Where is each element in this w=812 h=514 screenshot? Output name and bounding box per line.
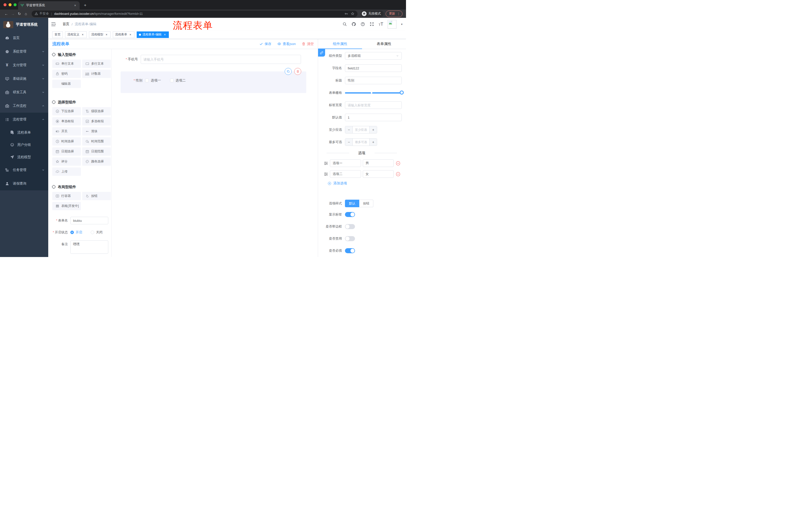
component-type-select[interactable]: 多选框组 — [345, 52, 402, 60]
stepper-increase-button[interactable]: + — [369, 139, 377, 145]
component-rate[interactable]: 评分 — [52, 157, 81, 166]
sidebar-item-user-group[interactable]: 用户分组 — [0, 139, 48, 151]
remove-option-button[interactable] — [396, 161, 401, 166]
min-select-input[interactable] — [353, 126, 369, 133]
component-editor[interactable]: 编辑器 — [52, 80, 81, 88]
gender-option-1[interactable]: 选项一 — [145, 78, 161, 83]
component-row-container[interactable]: 行容器 — [52, 192, 81, 200]
home-button[interactable]: ⌂ — [23, 11, 29, 16]
sidebar-item-infrastructure[interactable]: 基础设施 — [0, 72, 48, 85]
sidebar-item-leave-query[interactable]: 请假查询 — [0, 177, 48, 190]
required-toggle[interactable] — [345, 248, 355, 253]
sidebar-item-process-model[interactable]: 流程模型 — [0, 151, 48, 163]
component-password[interactable]: 密码 — [52, 70, 81, 78]
component-time-picker[interactable]: 时间选择 — [52, 137, 81, 145]
zoom-window-button[interactable] — [13, 3, 17, 6]
tab-close-icon[interactable]: × — [73, 3, 77, 8]
sidebar-item-workflow[interactable]: 工作流程 — [0, 99, 48, 113]
remove-option-button[interactable] — [396, 172, 401, 177]
tag-close-icon[interactable]: × — [128, 33, 132, 36]
delete-component-button[interactable] — [294, 68, 301, 75]
max-select-input[interactable] — [353, 139, 369, 145]
hamburger-icon[interactable] — [51, 22, 56, 27]
save-button[interactable]: 保存 — [259, 42, 271, 46]
drag-handle-icon[interactable] — [324, 161, 328, 166]
title-input[interactable] — [345, 77, 402, 84]
sidebar-item-payment[interactable]: ¥ 支付管理 — [0, 58, 48, 72]
minimize-window-button[interactable] — [8, 3, 11, 6]
disabled-toggle[interactable] — [345, 236, 355, 241]
component-switch[interactable]: 开关 — [52, 127, 81, 136]
component-table-wip[interactable]: 表格[开发中] — [52, 202, 81, 210]
avatar-caret-icon[interactable]: ▾ — [401, 23, 403, 26]
reload-button[interactable]: ↻ — [16, 11, 23, 16]
tag-process-form-edit-active[interactable]: 流程表单-编辑 × — [137, 31, 169, 38]
close-window-button[interactable] — [3, 3, 6, 6]
component-button[interactable]: 按钮 — [82, 192, 111, 200]
with-border-toggle[interactable] — [345, 224, 355, 229]
component-single-line-text[interactable]: 单行文本 — [52, 60, 81, 68]
duplicate-component-button[interactable] — [285, 68, 292, 75]
clear-button[interactable]: 清空 — [302, 42, 314, 46]
gender-option-2[interactable]: 选项二 — [170, 78, 186, 83]
tab-component-props[interactable]: 组件属性 — [318, 39, 362, 49]
component-date-range[interactable]: 日期范围 — [82, 147, 111, 156]
show-label-toggle[interactable] — [345, 212, 355, 217]
component-counter[interactable]: 123计数器 — [82, 70, 111, 78]
status-radio-off[interactable]: 关闭 — [91, 230, 103, 235]
tag-process-model[interactable]: 流程模型 × — [89, 31, 111, 38]
chrome-update-button[interactable]: 更新 ⋮ — [386, 10, 403, 17]
field-name-input[interactable] — [345, 64, 402, 72]
new-tab-button[interactable]: + — [82, 2, 88, 8]
component-color-picker[interactable]: 颜色选择 — [82, 157, 111, 166]
tag-home[interactable]: 首页 — [52, 31, 63, 38]
tag-close-icon[interactable]: × — [105, 33, 108, 36]
component-checkbox-group[interactable]: 多选框组 — [82, 117, 111, 126]
component-date-picker[interactable]: 日期选择 — [52, 147, 81, 156]
github-icon[interactable] — [351, 22, 356, 26]
option-1-label-input[interactable] — [330, 159, 361, 167]
sidebar-item-system[interactable]: 系统管理 — [0, 45, 48, 58]
component-cascade-select[interactable]: 级联选择 — [82, 107, 111, 115]
sidebar-item-task-management[interactable]: 任务管理 — [0, 163, 48, 177]
tag-process-definition[interactable]: 流程定义 × — [65, 31, 87, 38]
remark-textarea[interactable]: 嘿嘿 — [70, 240, 108, 254]
component-slider[interactable]: 滑块 — [82, 127, 111, 136]
form-name-input[interactable] — [70, 217, 108, 224]
component-time-range[interactable]: 时间范围 — [82, 137, 111, 145]
breadcrumb-home[interactable]: 首页 — [63, 22, 69, 26]
drag-handle-icon[interactable] — [324, 172, 328, 177]
fullscreen-icon[interactable] — [370, 22, 374, 26]
avatar[interactable] — [388, 20, 397, 29]
component-upload[interactable]: 上传 — [52, 167, 81, 176]
status-radio-on[interactable]: 开启 — [70, 230, 82, 235]
sidebar-item-process-management[interactable]: 流程管理 — [0, 113, 48, 126]
sidebar-item-devtools[interactable]: 研发工具 — [0, 85, 48, 99]
search-icon[interactable] — [343, 22, 347, 26]
back-button[interactable]: ← — [3, 11, 9, 16]
tag-close-icon[interactable]: × — [163, 33, 167, 36]
stepper-increase-button[interactable]: + — [369, 126, 377, 133]
sidebar-item-home[interactable]: 首页 — [0, 31, 48, 45]
default-value-input[interactable] — [345, 114, 402, 121]
checkbox-unchecked-icon[interactable] — [145, 79, 149, 82]
help-icon[interactable] — [360, 22, 365, 26]
component-multi-line-text[interactable]: 多行文本 — [82, 60, 111, 68]
browser-menu-icon[interactable]: ⋮ — [397, 12, 400, 16]
option-2-value-input[interactable] — [363, 170, 394, 178]
add-option-button[interactable]: 添加选项 — [328, 181, 406, 186]
checkbox-unchecked-icon[interactable] — [170, 79, 174, 82]
component-dropdown-select[interactable]: 下拉选择 — [52, 107, 81, 115]
browser-tab[interactable]: 芋道管理系统 × — [18, 1, 80, 9]
address-bar[interactable]: 不安全 | dashboard.yudao.iocoder.cn /bpm/ma… — [32, 10, 357, 17]
label-width-input[interactable] — [345, 101, 402, 109]
stepper-decrease-button[interactable]: − — [345, 139, 353, 145]
phone-input[interactable] — [141, 55, 301, 64]
slider-handle[interactable] — [400, 90, 404, 94]
option-style-button-button[interactable]: 按钮 — [359, 200, 373, 207]
option-style-default-button[interactable]: 默认 — [345, 200, 359, 207]
font-size-icon[interactable]: TT — [379, 22, 383, 26]
view-json-button[interactable]: 查看json — [278, 42, 296, 46]
stepper-decrease-button[interactable]: − — [345, 126, 353, 133]
canvas-field-gender-selected[interactable]: *性别 选项一 选项二 — [121, 72, 306, 93]
